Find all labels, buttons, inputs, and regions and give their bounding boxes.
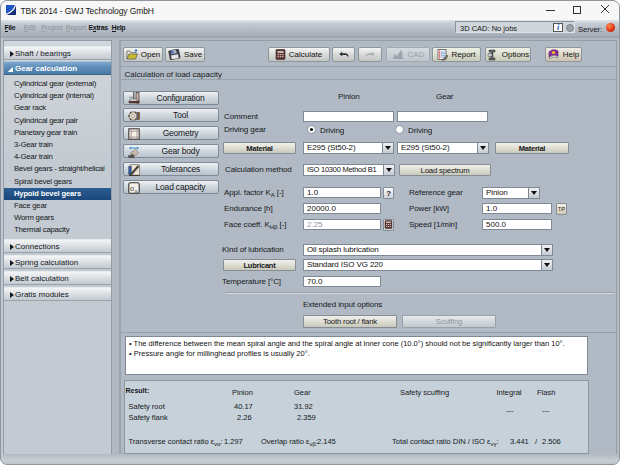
svg-text:x: x bbox=[134, 187, 137, 193]
